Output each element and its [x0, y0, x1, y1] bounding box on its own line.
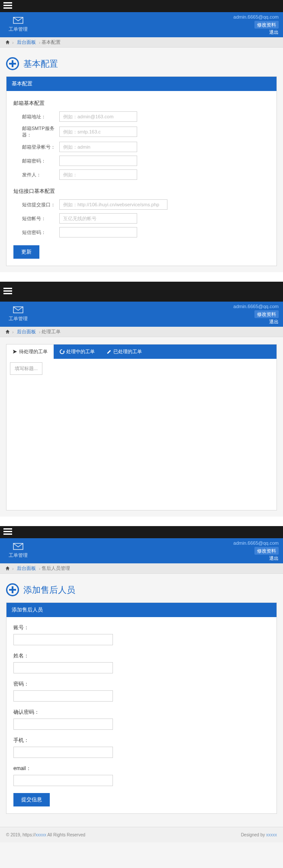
header-brand: 工单管理 [4, 306, 28, 322]
mail-sender-input[interactable] [59, 169, 137, 180]
footer-designer-link[interactable]: xxxxx [266, 832, 277, 837]
header-brand: 工单管理 [4, 543, 28, 559]
mail-smtp-label: 邮箱SMTP服务器： [22, 125, 59, 138]
topbar [0, 282, 283, 302]
sms-acct-input[interactable] [59, 213, 137, 224]
plus-icon [6, 583, 19, 596]
sep: › [39, 329, 41, 335]
tab-label: 已处理的工单 [113, 348, 142, 355]
mail-icon [13, 543, 23, 551]
topbar [0, 0, 283, 12]
title-filter[interactable]: 填写标题... [10, 362, 42, 375]
email-input[interactable] [13, 775, 113, 786]
mail-smtp-input[interactable] [59, 127, 137, 137]
svg-rect-0 [3, 2, 12, 3]
tab-done[interactable]: 已处理的工单 [101, 345, 148, 359]
update-button[interactable]: 更新 [13, 245, 39, 259]
sep: › [12, 566, 14, 571]
panel-body: 账号： 姓名： 密码： 确认密码： 手机： email： 提交信息 [6, 617, 277, 813]
plus-icon [6, 57, 19, 70]
cpwd-input[interactable] [13, 718, 113, 730]
pwd-input[interactable] [13, 690, 113, 702]
acct-label: 账号： [13, 624, 270, 631]
profile-link[interactable]: 修改资料 [254, 547, 279, 555]
sms-section: 短信提交接口： 短信帐号： 短信密码： [13, 199, 270, 237]
mail-pwd-input[interactable] [59, 156, 137, 166]
phone-input[interactable] [13, 747, 113, 758]
brand-text: 工单管理 [9, 552, 28, 559]
logout-link[interactable]: 退出 [233, 29, 279, 36]
sep: › [39, 566, 41, 571]
home-icon [5, 329, 10, 334]
brand-text: 工单管理 [9, 315, 28, 322]
mail-sender-label: 发件人： [22, 172, 59, 178]
footer-site-link[interactable]: xxxxx [35, 832, 46, 837]
home-icon [5, 40, 10, 45]
topbar [0, 526, 283, 538]
mail-icon [13, 17, 23, 25]
logout-link[interactable]: 退出 [233, 318, 279, 325]
mail-login-label: 邮箱登录帐号： [22, 144, 59, 150]
bc-current: 售后人员管理 [42, 565, 70, 572]
profile-link[interactable]: 修改资料 [254, 21, 279, 29]
submit-button[interactable]: 提交信息 [13, 793, 50, 806]
header: 工单管理 admin.6665@qq.com 修改资料 退出 [0, 302, 283, 327]
footer-copyright: © 2019, https://xxxxx All Rights Reserve… [6, 832, 85, 837]
page-title: 基本配置 [23, 58, 58, 70]
bc-dash[interactable]: 后台面板 [17, 328, 36, 335]
email-label: email： [13, 765, 270, 772]
svg-rect-10 [3, 528, 12, 530]
header-user: admin.6665@qq.com 修改资料 退出 [233, 303, 279, 325]
name-input[interactable] [13, 662, 113, 673]
bc-dash[interactable]: 后台面板 [17, 39, 36, 46]
svg-rect-11 [3, 531, 12, 532]
sms-acct-label: 短信帐号： [22, 215, 59, 222]
page-heading: 添加售后人员 [0, 574, 283, 602]
config-panel: 基本配置 邮箱基本配置 邮箱地址： 邮箱SMTP服务器： 邮箱登录帐号： 邮箱密… [6, 76, 277, 266]
tab-label: 待处理的工单 [19, 348, 48, 355]
user-email[interactable]: admin.6665@qq.com [233, 13, 279, 21]
user-email[interactable]: admin.6665@qq.com [233, 540, 279, 547]
sep: › [39, 40, 41, 45]
header-brand: 工单管理 [4, 17, 28, 33]
sms-pwd-input[interactable] [59, 227, 137, 237]
brand-text: 工单管理 [9, 26, 28, 33]
bc-dash[interactable]: 后台面板 [17, 565, 36, 572]
hamburger-icon[interactable] [3, 2, 12, 10]
mail-icon [13, 306, 23, 315]
svg-rect-15 [9, 589, 16, 591]
acct-input[interactable] [13, 634, 113, 645]
header: 工单管理 admin.6665@qq.com 修改资料 退出 [0, 538, 283, 563]
user-email[interactable]: admin.6665@qq.com [233, 303, 279, 310]
page-heading: 基本配置 [0, 48, 283, 76]
svg-rect-8 [3, 293, 12, 294]
bc-current: 处理工单 [42, 328, 61, 335]
mail-pwd-label: 邮箱密码： [22, 158, 59, 164]
mail-addr-label: 邮箱地址： [22, 114, 59, 120]
svg-rect-6 [3, 288, 12, 289]
panel-body: 邮箱基本配置 邮箱地址： 邮箱SMTP服务器： 邮箱登录帐号： 邮箱密码： 发件… [6, 91, 277, 266]
panel-head: 基本配置 [6, 77, 277, 91]
mail-section-title: 邮箱基本配置 [13, 100, 270, 107]
svg-rect-7 [3, 290, 12, 292]
breadcrumb: › 后台面板 › 售后人员管理 [0, 563, 283, 574]
svg-rect-2 [3, 7, 12, 9]
header-user: admin.6665@qq.com 修改资料 退出 [233, 13, 279, 36]
breadcrumb: › 后台面板 › 基本配置 [0, 37, 283, 48]
tab-content: 填写标题... [6, 359, 277, 510]
page-title: 添加售后人员 [23, 584, 75, 596]
tab-pending[interactable]: 待处理的工单 [6, 345, 54, 359]
svg-rect-1 [3, 5, 12, 6]
staff-panel: 添加售后人员 账号： 姓名： 密码： 确认密码： 手机： email： 提交信息 [6, 602, 277, 814]
hamburger-icon[interactable] [3, 528, 12, 536]
hamburger-icon[interactable] [3, 288, 12, 296]
mail-addr-input[interactable] [59, 111, 137, 122]
svg-rect-12 [3, 533, 12, 535]
phone-label: 手机： [13, 737, 270, 744]
send-icon [13, 349, 17, 354]
logout-link[interactable]: 退出 [233, 555, 279, 562]
profile-link[interactable]: 修改资料 [254, 310, 279, 319]
mail-login-input[interactable] [59, 142, 137, 152]
tab-processing[interactable]: 处理中的工单 [54, 345, 101, 359]
sms-api-input[interactable] [59, 199, 167, 210]
